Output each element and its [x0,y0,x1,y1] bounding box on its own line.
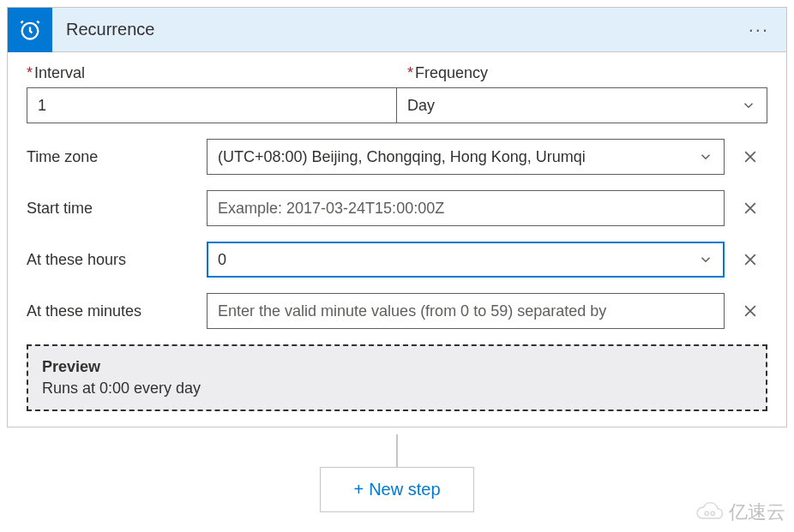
required-star: * [27,64,33,81]
frequency-select[interactable]: Day [397,87,767,123]
chevron-down-icon [698,252,713,267]
minutes-input[interactable] [207,293,725,329]
more-menu-button[interactable]: ··· [731,19,786,41]
hours-label: At these hours [27,251,207,269]
interval-label: *Interval [27,64,397,82]
card-title: Recurrence [52,20,731,39]
card-header: Recurrence ··· [8,8,786,52]
connector-line [396,434,398,467]
starttime-row: Start time [27,190,767,226]
minutes-label: At these minutes [27,302,207,320]
new-step-button[interactable]: + New step [320,467,473,512]
close-icon [742,200,759,217]
remove-starttime-button[interactable] [733,200,767,217]
hours-value: 0 [218,251,698,269]
new-step-label: New step [369,480,440,499]
interval-input[interactable] [27,87,397,123]
top-row: *Interval *Frequency Day [27,64,767,123]
close-icon [742,251,759,268]
preview-panel: Preview Runs at 0:00 every day [27,344,767,411]
close-icon [742,148,759,165]
hours-row: At these hours 0 [27,242,767,278]
chevron-down-icon [698,149,713,164]
timezone-select[interactable]: (UTC+08:00) Beijing, Chongqing, Hong Kon… [207,139,725,175]
starttime-input[interactable] [207,190,725,226]
timezone-label: Time zone [27,148,207,166]
frequency-label: *Frequency [397,64,767,82]
remove-hours-button[interactable] [733,251,767,268]
plus-icon: + [353,480,364,499]
close-icon [742,302,759,320]
starttime-label: Start time [27,200,207,218]
preview-text: Runs at 0:00 every day [42,380,752,398]
new-step-wrap: + New step [0,467,794,512]
required-star: * [407,64,413,81]
recurrence-icon [8,8,52,52]
frequency-value: Day [407,97,741,115]
hours-select[interactable]: 0 [207,242,725,278]
recurrence-card: Recurrence ··· *Interval *Frequency Day [7,7,787,427]
timezone-row: Time zone (UTC+08:00) Beijing, Chongqing… [27,139,767,175]
timezone-value: (UTC+08:00) Beijing, Chongqing, Hong Kon… [218,148,698,166]
card-body: *Interval *Frequency Day Time zone (UTC+… [8,52,786,427]
remove-timezone-button[interactable] [733,148,767,165]
minutes-row: At these minutes [27,293,767,329]
preview-title: Preview [42,358,752,376]
remove-minutes-button[interactable] [733,302,767,320]
chevron-down-icon [741,98,756,113]
